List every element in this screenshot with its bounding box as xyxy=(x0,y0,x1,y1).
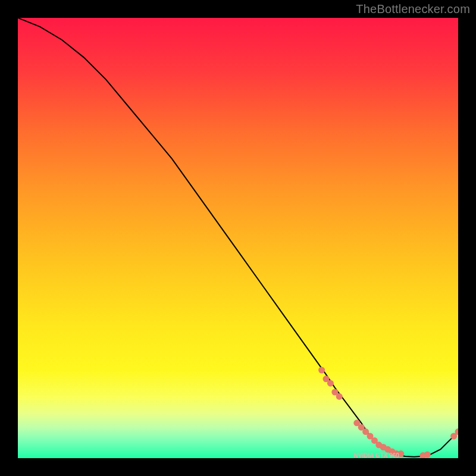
watermark: TheBottlenecker.com xyxy=(356,2,470,16)
series-label: NVIDIA GTX 960 xyxy=(354,452,399,459)
bottleneck-curve xyxy=(18,18,458,457)
marker-dot xyxy=(327,380,334,387)
curve-overlay xyxy=(18,18,458,458)
marker-dot xyxy=(318,367,325,374)
chart-stage: TheBottlenecker.com xyxy=(0,0,476,476)
marker-dot xyxy=(336,393,343,400)
gpu-match-markers xyxy=(318,367,458,459)
marker-dot xyxy=(424,452,431,458)
plot-area: NVIDIA GTX 960 xyxy=(18,18,458,458)
